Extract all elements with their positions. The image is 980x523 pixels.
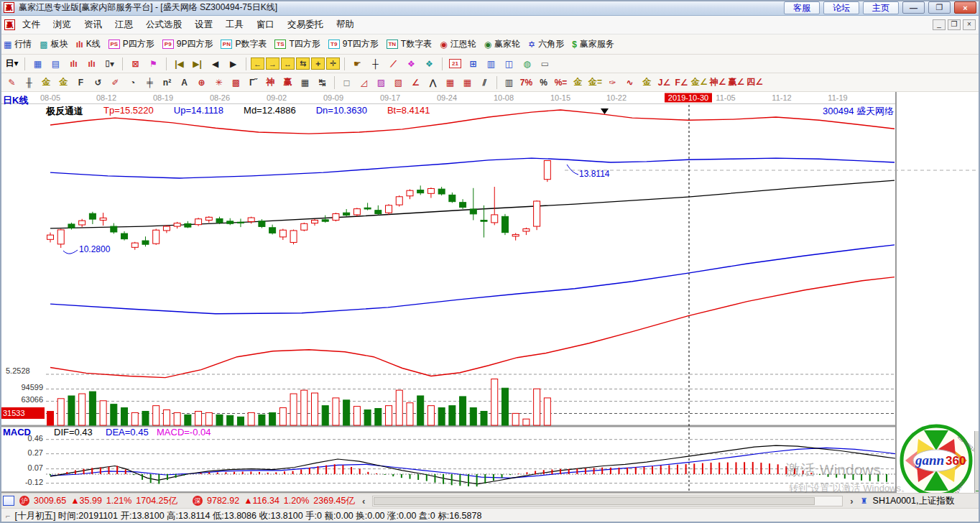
quote-table-icon[interactable]: [3, 496, 14, 506]
target-icon[interactable]: ⊕: [193, 75, 210, 90]
scrollbar-thumb[interactable]: [374, 497, 815, 505]
f-angle-icon[interactable]: F∠: [673, 75, 690, 90]
gold-lines-icon[interactable]: 金=: [587, 75, 604, 90]
gold-grid-icon[interactable]: 金: [38, 75, 55, 90]
pen-knife-icon[interactable]: ✎: [4, 75, 20, 90]
scroll-right-icon[interactable]: ›: [848, 496, 855, 506]
tool-winner-wheel[interactable]: ◉赢家轮: [484, 38, 520, 50]
wave-icon[interactable]: ∿: [621, 75, 638, 90]
menu-江恩[interactable]: 江恩: [108, 17, 139, 33]
tool-sectors[interactable]: ▩板块: [40, 38, 68, 50]
gold-circle-icon[interactable]: 金: [570, 75, 586, 90]
tool-winner-service[interactable]: $赢家服务: [572, 38, 614, 50]
current-index-label[interactable]: SH1A0001,上证指数: [873, 495, 955, 507]
angle-measure-icon[interactable]: ⟋: [385, 57, 402, 71]
notes-icon[interactable]: ▥: [483, 57, 499, 71]
diamond-cross-icon[interactable]: ✛: [326, 57, 340, 70]
info-panel-icon[interactable]: ▤: [47, 57, 64, 71]
ruler-123-icon[interactable]: ▦: [297, 75, 313, 90]
percent7-icon[interactable]: 7%: [518, 75, 535, 90]
menu-文件[interactable]: 文件: [16, 17, 47, 33]
ying-angle-icon[interactable]: 赢∠: [728, 75, 746, 90]
diamond-compress-icon[interactable]: ↔: [281, 57, 295, 70]
tool-kline[interactable]: ılıK线: [76, 38, 101, 50]
letter-a-icon[interactable]: A: [176, 75, 193, 90]
bars-large-icon[interactable]: ılı: [83, 57, 100, 71]
menu-公式选股[interactable]: 公式选股: [139, 17, 188, 33]
diamond-expand-icon[interactable]: ⇆: [296, 57, 310, 70]
menu-设置[interactable]: 设置: [188, 17, 219, 33]
period-day-selector[interactable]: 日▾: [4, 57, 20, 71]
width-measure-icon[interactable]: ↹: [314, 75, 330, 90]
fib-grid-icon[interactable]: F: [73, 75, 89, 90]
tool-hexagon[interactable]: ✡六角形: [528, 38, 564, 50]
scale-panel-icon[interactable]: ▥: [501, 75, 517, 90]
world-clock-icon[interactable]: ◍: [519, 57, 535, 71]
ruler-grid-icon[interactable]: ╫: [21, 75, 37, 90]
mdi-restore-button[interactable]: ❐: [948, 19, 961, 30]
gold-angle-icon[interactable]: 金∠: [690, 75, 708, 90]
tool-t-number-table[interactable]: TNT数字表: [387, 38, 432, 50]
nav-next-icon[interactable]: ▶: [225, 57, 241, 71]
calendar-21-icon[interactable]: 21: [447, 57, 463, 71]
menu-工具[interactable]: 工具: [219, 17, 250, 33]
tool-gann-wheel[interactable]: ◉江恩轮: [440, 38, 476, 50]
mdi-minimize-button[interactable]: _: [933, 19, 946, 30]
angle-set-icon[interactable]: ∠: [407, 75, 424, 90]
bars-small-icon[interactable]: ılı: [65, 57, 82, 71]
spiral-icon[interactable]: ↺: [90, 75, 106, 90]
gold-grid2-icon[interactable]: 金: [55, 75, 72, 90]
shen-tool-icon[interactable]: 神: [262, 75, 279, 90]
mdi-close-button[interactable]: ×: [963, 19, 976, 30]
tool-p-number-table[interactable]: PNP数字表: [221, 38, 267, 50]
percent-icon[interactable]: %: [535, 75, 552, 90]
gann-web-teal-icon[interactable]: ❖: [421, 57, 438, 71]
candle-style-selector[interactable]: ⌷▾: [101, 57, 118, 71]
diamond-left-icon[interactable]: ←: [251, 57, 264, 70]
menu-浏览[interactable]: 浏览: [47, 17, 78, 33]
horizontal-scrollbar[interactable]: [372, 496, 843, 506]
n-square-icon[interactable]: n²: [159, 75, 175, 90]
web-grid-icon[interactable]: ▩: [228, 75, 244, 90]
tool-p9-square[interactable]: P99P四方形: [162, 38, 213, 50]
minimize-button[interactable]: —: [902, 1, 925, 14]
menu-资讯[interactable]: 资讯: [78, 17, 108, 33]
menu-帮助[interactable]: 帮助: [330, 17, 361, 33]
parallel-lines-icon[interactable]: ⫽: [476, 75, 493, 90]
scroll-left-icon[interactable]: ‹: [360, 496, 367, 506]
percent-lines-icon[interactable]: %=: [553, 75, 569, 90]
tool-quotes[interactable]: ▦行情: [4, 38, 32, 50]
gann-box-icon[interactable]: ▨: [373, 75, 389, 90]
titlebar-button-主页[interactable]: 主页: [863, 1, 899, 14]
menu-交易委托[interactable]: 交易委托: [281, 17, 330, 33]
gann-box2-icon[interactable]: ▧: [390, 75, 407, 90]
jifan-channel-icon[interactable]: ⊠: [127, 57, 144, 71]
fan-lines-icon[interactable]: ◿: [356, 75, 372, 90]
chart-window-icon[interactable]: ▦: [29, 57, 46, 71]
vee-lines-icon[interactable]: ⋀: [425, 75, 441, 90]
period-label[interactable]: 日K线: [3, 94, 28, 107]
box-select-icon[interactable]: ◻: [338, 75, 355, 90]
nav-last-icon[interactable]: ▶|: [189, 57, 205, 71]
ruler2-icon[interactable]: ╪: [142, 75, 158, 90]
diamond-plus-icon[interactable]: ＋: [311, 57, 325, 70]
si-angle-icon[interactable]: 四∠: [746, 75, 764, 90]
nav-prev-icon[interactable]: ◀: [207, 57, 223, 71]
hand-tool-icon[interactable]: ☛: [349, 57, 366, 71]
tool-t9-square[interactable]: T99T四方形: [328, 38, 379, 50]
j-angle-icon[interactable]: J∠: [656, 75, 672, 90]
tool-t-square[interactable]: TST四方形: [274, 38, 320, 50]
gold-line2-icon[interactable]: 金: [639, 75, 655, 90]
web-star-icon[interactable]: ✳: [211, 75, 227, 90]
close-button[interactable]: ×: [954, 1, 976, 14]
shenzhen-index-summary[interactable]: 深 9782.92 ▲116.34 1.20% 2369.45亿: [193, 495, 355, 507]
gann-web-magenta-icon[interactable]: ❖: [403, 57, 420, 71]
pen2-icon[interactable]: ✐: [107, 75, 124, 90]
color-ribbon-icon[interactable]: ⚑: [145, 57, 162, 71]
crosshair-tool-icon[interactable]: ┼: [367, 57, 384, 71]
price-grid-icon[interactable]: ▦: [442, 75, 458, 90]
price-grid2-icon[interactable]: ▦: [459, 75, 476, 90]
annotate-icon[interactable]: ✑: [604, 75, 621, 90]
restore-button[interactable]: ❐: [928, 1, 951, 14]
menu-窗口[interactable]: 窗口: [250, 17, 281, 33]
